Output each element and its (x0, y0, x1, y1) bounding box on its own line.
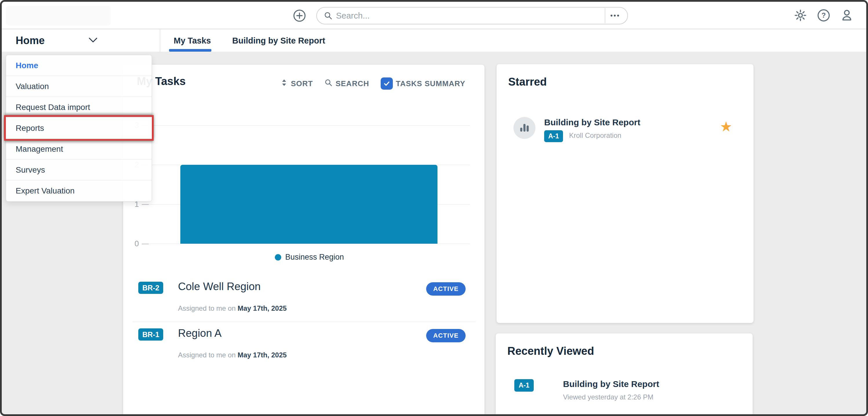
menu-item-home[interactable]: Home (6, 55, 152, 76)
home-dropdown-menu: Home Valuation Request Data import Repor… (6, 55, 152, 202)
report-id-badge: A-1 (544, 130, 563, 142)
report-id-badge: A-1 (514, 379, 534, 392)
legend-label: Business Region (285, 253, 344, 262)
app-window: ••• ? (0, 0, 868, 416)
task-assigned-text: Assigned to me on May 17th, 2025 (178, 351, 287, 359)
status-badge: ACTIVE (426, 282, 466, 296)
y-tick-0: 0 (123, 239, 139, 248)
starred-panel: Starred Building by Site Report A-1 Krol… (496, 64, 754, 323)
task-title: Cole Well Region (178, 280, 260, 293)
bar-chart-icon (518, 121, 531, 135)
menu-item-reports[interactable]: Reports (6, 118, 152, 139)
viewed-timestamp: Viewed yesterday at 2:26 PM (563, 393, 653, 401)
legend-dot-icon (275, 254, 281, 261)
checkbox-checked-icon (381, 78, 393, 90)
chart-legend: Business Region (149, 253, 470, 262)
question-circle-icon: ? (817, 19, 830, 23)
task-assigned-text: Assigned to me on May 17th, 2025 (178, 304, 287, 313)
recently-viewed-title: Recently Viewed (507, 345, 594, 357)
chart-bar[interactable] (180, 165, 437, 244)
menu-item-surveys[interactable]: Surveys (6, 159, 152, 180)
recently-viewed-panel: Recently Viewed A-1 Building by Site Rep… (495, 333, 753, 416)
sort-button[interactable]: SORT (280, 78, 313, 89)
menu-item-management[interactable]: Management (6, 139, 152, 159)
active-tab-indicator (169, 49, 211, 52)
status-badge: ACTIVE (426, 329, 466, 342)
star-icon[interactable]: ★ (720, 120, 732, 134)
task-id-badge: BR-2 (138, 282, 163, 294)
gear-icon (794, 19, 807, 23)
gridline-0 (149, 244, 470, 244)
section-dropdown-trigger[interactable]: Home (16, 30, 98, 52)
starred-item-title: Building by Site Report (544, 118, 641, 127)
report-avatar (514, 117, 535, 139)
tab-building-by-site-report[interactable]: Building by Site Report (232, 30, 325, 52)
help-button[interactable]: ? (817, 9, 830, 22)
search-icon (324, 79, 333, 89)
search-more-button[interactable]: ••• (607, 7, 624, 24)
gridline-3 (149, 125, 470, 126)
sort-icon (280, 78, 288, 89)
menu-item-valuation[interactable]: Valuation (6, 76, 152, 97)
search-divider (605, 8, 605, 23)
nav-divider (160, 30, 160, 52)
global-search: ••• (316, 7, 628, 24)
plus-circle-icon (293, 19, 306, 23)
top-bar-actions: ? (794, 9, 854, 22)
recent-item-title: Building by Site Report (563, 379, 659, 389)
tasks-summary-toggle[interactable]: TASKS SUMMARY (381, 78, 465, 90)
search-tasks-button[interactable]: SEARCH (324, 79, 369, 89)
task-title: Region A (178, 327, 221, 339)
user-menu-button[interactable] (840, 9, 854, 22)
logo-area (6, 6, 111, 26)
task-id-badge: BR-1 (138, 328, 163, 340)
settings-button[interactable] (794, 9, 807, 22)
company-label: Kroll Corporation (569, 131, 621, 140)
task-row-br1[interactable]: BR-1 Region A ACTIVE Assigned to me on M… (123, 327, 485, 371)
search-icon (324, 11, 333, 21)
add-button[interactable] (293, 9, 306, 22)
svg-text:?: ? (822, 11, 826, 19)
tab-my-tasks[interactable]: My Tasks (174, 30, 211, 52)
menu-item-expert-valuation[interactable]: Expert Valuation (6, 180, 152, 201)
search-input[interactable] (336, 9, 606, 23)
nav-bar: Home My Tasks Building by Site Report (2, 30, 866, 52)
my-tasks-panel: My Tasks SORT SEARCH (123, 64, 485, 416)
task-controls: SORT SEARCH TASKS SUMMARY (280, 78, 465, 90)
chevron-down-icon (88, 37, 98, 44)
task-row-br2[interactable]: BR-2 Cole Well Region ACTIVE Assigned to… (123, 280, 485, 324)
starred-title: Starred (508, 76, 547, 88)
menu-item-request-data-import[interactable]: Request Data import (6, 97, 152, 118)
person-icon (840, 19, 854, 23)
row-divider (132, 322, 476, 322)
section-label: Home (16, 34, 44, 47)
top-bar: ••• ? (2, 2, 866, 29)
